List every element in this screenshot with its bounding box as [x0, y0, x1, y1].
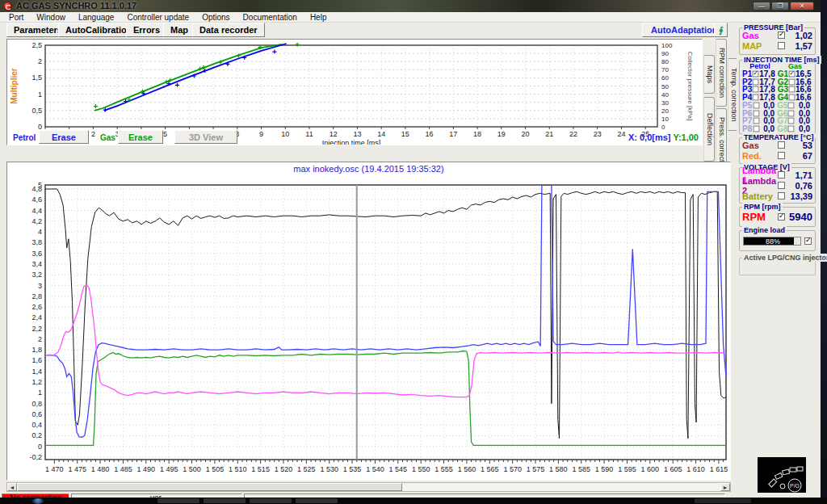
sensor-checkbox[interactable]: [778, 192, 785, 200]
svg-text:1 575: 1 575: [527, 465, 545, 473]
sensor-checkbox[interactable]: [778, 32, 785, 39]
svg-text:1,6: 1,6: [31, 356, 42, 364]
close-button[interactable]: ✕: [790, 2, 814, 10]
group-rpm-rpm-: RPM [rpm]RPM5940: [739, 207, 816, 227]
pg-logo-text: P/G: [790, 483, 800, 489]
injector-checkbox[interactable]: [753, 78, 759, 85]
injector-checkbox[interactable]: [789, 78, 796, 85]
tab-rpm-correction[interactable]: RPM correction: [716, 39, 727, 107]
sensor-checkbox[interactable]: [778, 213, 785, 220]
group-caption: Active LPG/CNG injectors: [742, 254, 827, 262]
injector-checkbox[interactable]: [753, 102, 759, 108]
group-caption: RPM [rpm]: [742, 203, 783, 211]
injector-checkbox[interactable]: [753, 86, 759, 93]
taskbar-button[interactable]: [204, 498, 246, 503]
menu-item-help[interactable]: Help: [304, 13, 333, 22]
cursor-x-label: X:: [628, 132, 637, 142]
gas-pressure-signal: [45, 286, 726, 397]
start-orb-icon[interactable]: [32, 498, 44, 504]
oscilloscope-scrollbar[interactable]: ◄ ►: [6, 482, 731, 492]
svg-text:4,8: 4,8: [31, 185, 42, 193]
injector-checkbox[interactable]: [788, 102, 795, 108]
engine-load-bar: 88%: [743, 237, 801, 246]
sensor-row-lambda-: Lambda 20,76: [742, 181, 812, 190]
calibration-chart[interactable]: 00,511,522,50123456789101112131415161718…: [7, 40, 702, 145]
menu-item-port[interactable]: Port: [3, 13, 29, 22]
injector-checkbox[interactable]: [789, 86, 796, 93]
scroll-left-arrow-icon[interactable]: ◄: [7, 483, 17, 491]
menu-item-documentation[interactable]: Documentation: [237, 13, 303, 22]
injector-checkbox[interactable]: [753, 71, 759, 78]
engine-load-checkbox[interactable]: [804, 237, 812, 245]
taskbar-button[interactable]: [296, 498, 338, 503]
sensor-value: 53: [788, 141, 812, 150]
menu-item-window[interactable]: Window: [31, 13, 71, 22]
sensor-row-rpm: RPM5940: [742, 211, 812, 222]
petrol-label: Petrol: [13, 133, 36, 142]
svg-text:4,2: 4,2: [31, 217, 42, 225]
gas-switch-icon: P/G: [758, 457, 806, 498]
scroll-right-arrow-icon[interactable]: ►: [720, 483, 730, 491]
sensor-row-map: MAP1,57: [742, 41, 812, 50]
taskbar-button[interactable]: [157, 498, 199, 503]
erase-gas-button[interactable]: Erase: [118, 130, 163, 144]
svg-text:2,8: 2,8: [31, 292, 42, 300]
sensor-checkbox[interactable]: [778, 141, 785, 149]
titlebar[interactable]: AC GAS SYNCHRO 11.1.0.17 — ❐ ✕: [0, 0, 821, 12]
injector-checkbox[interactable]: [753, 110, 759, 116]
svg-text:1,4: 1,4: [31, 368, 42, 376]
menu-item-controller-update[interactable]: Controller update: [121, 13, 195, 22]
tab-deflection[interactable]: Deflection: [703, 97, 715, 162]
sensor-label: Red.: [742, 151, 762, 161]
svg-text:2,4: 2,4: [31, 313, 42, 321]
toolbar-button-map[interactable]: Map: [163, 23, 195, 37]
svg-text:1 500: 1 500: [183, 465, 201, 473]
oscilloscope-traces: [45, 185, 726, 445]
svg-text:1: 1: [38, 388, 42, 397]
sensor-checkbox[interactable]: [778, 152, 785, 159]
taskbar-tray[interactable]: [695, 498, 751, 503]
svg-text:4,4: 4,4: [31, 207, 42, 215]
map-tab-strip: MapsDeflectionRPM correctionPress. corre…: [703, 39, 739, 180]
view-3d-button[interactable]: 3D View: [174, 130, 237, 144]
minimize-button[interactable]: —: [753, 2, 770, 10]
tab-maps[interactable]: Maps: [703, 55, 715, 94]
menu-item-options[interactable]: Options: [196, 13, 235, 22]
calibration-ylabel: Multiplier: [10, 68, 19, 104]
sensor-row-gas: Gas1,02: [742, 31, 812, 40]
group-temperature-c-: TEMPERATURE [°C]Gas53Red.67: [739, 137, 816, 164]
windows-taskbar[interactable]: [0, 498, 827, 504]
svg-text:60: 60: [661, 74, 669, 82]
petrol-column-header: Petrol: [742, 62, 778, 70]
sensor-value: 67: [788, 151, 812, 161]
injector-checkbox[interactable]: [788, 110, 795, 116]
sensor-label: Gas: [742, 31, 759, 40]
injector-checkbox[interactable]: [753, 126, 759, 132]
sensor-checkbox[interactable]: [778, 42, 785, 49]
erase-petrol-button[interactable]: Erase: [39, 130, 89, 144]
svg-text:1 510: 1 510: [229, 465, 247, 473]
toolbar-button-data-recorder[interactable]: Data recorder: [192, 23, 265, 37]
scrollbar-thumb[interactable]: [17, 483, 402, 491]
injector-checkbox[interactable]: [753, 118, 759, 124]
injector-checkbox[interactable]: [788, 126, 795, 132]
svg-text:90: 90: [661, 50, 669, 57]
maximize-button[interactable]: ❐: [771, 2, 789, 10]
injector-checkbox[interactable]: [753, 94, 759, 101]
sensor-sidebar: P/G No ignition switch PRESSURE [Bar]Gas…: [737, 23, 818, 491]
menu-item-language[interactable]: Language: [73, 13, 120, 22]
gas-injection-time: [45, 351, 726, 446]
injector-checkbox[interactable]: [789, 94, 796, 101]
injector-checkbox[interactable]: [788, 118, 795, 124]
injection-row: P80,0G80,0: [742, 125, 812, 132]
oscilloscope-chart[interactable]: 54,84,64,44,243,83,63,43,232,82,62,42,22…: [7, 162, 730, 480]
sensor-checkbox[interactable]: [778, 182, 785, 189]
connection-status-icon[interactable]: ∮: [714, 23, 728, 37]
svg-text:0,6: 0,6: [31, 410, 42, 418]
sensor-checkbox[interactable]: [778, 171, 785, 178]
svg-text:1 565: 1 565: [481, 465, 499, 473]
svg-text:1,8: 1,8: [31, 346, 42, 354]
injector-checkbox[interactable]: [789, 71, 796, 78]
toolbar-button-errors[interactable]: Errors: [126, 23, 167, 37]
taskbar-button[interactable]: [250, 498, 292, 503]
